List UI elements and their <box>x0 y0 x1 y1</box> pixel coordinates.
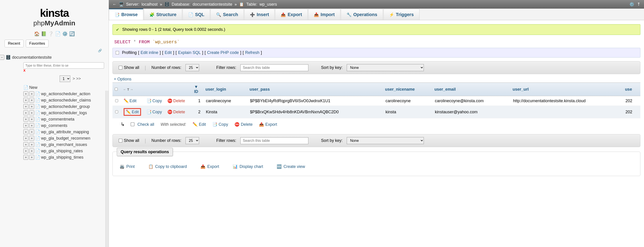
new-table-link[interactable]: 📄 New <box>12 84 108 91</box>
bulk-copy[interactable]: 📑 Copy <box>212 122 228 127</box>
sort-by-key-select-bottom[interactable]: None <box>347 137 424 144</box>
tab-triggers[interactable]: ⚡Triggers <box>384 8 420 20</box>
table-item[interactable]: ++📄wp_actionscheduler_group <box>12 103 108 110</box>
expand-icon-2[interactable]: + <box>29 110 34 115</box>
row-edit[interactable]: ✏️ Edit <box>124 98 136 103</box>
expand-icon-2[interactable]: + <box>29 91 34 96</box>
sidebar-scrollbar[interactable] <box>106 91 108 247</box>
table-item[interactable]: ++📄wp_actionscheduler_claims <box>12 97 108 103</box>
col-id[interactable]: ▼ ID <box>192 83 203 96</box>
table-item[interactable]: ++📄wp_gla_merchant_issues <box>12 141 108 148</box>
expand-icon-2[interactable]: + <box>29 104 34 109</box>
collapse-top-icon[interactable]: ⤒ <box>637 2 640 7</box>
expand-icon-2[interactable]: + <box>29 142 34 147</box>
table-item[interactable]: ++📄wp_gla_shipping_times <box>12 154 108 160</box>
db-node[interactable]: − 🗄️ documentationtestsite <box>0 54 108 60</box>
tab-search[interactable]: 🔍Search <box>210 8 244 20</box>
table-item[interactable]: ++📄wp_commentmeta <box>12 116 108 122</box>
tab-recent[interactable]: Recent <box>4 40 24 47</box>
back-icon[interactable]: ← <box>112 2 116 7</box>
table-item[interactable]: ++📄wp_comments <box>12 122 108 129</box>
row-delete[interactable]: ⛔ Delete <box>167 98 185 103</box>
tab-export[interactable]: 📤Export <box>275 8 308 20</box>
check-all-checkbox[interactable] <box>130 122 134 126</box>
bc-table-value[interactable]: wp_users <box>260 2 277 7</box>
table-item[interactable]: ++📄wp_gla_shipping_rates <box>12 148 108 154</box>
bulk-edit[interactable]: ✏️ Edit <box>192 122 206 127</box>
collapse-icon[interactable]: − <box>0 55 4 60</box>
num-rows-select[interactable]: 25 <box>186 64 199 71</box>
expand-icon[interactable]: + <box>23 117 28 122</box>
bc-server-value[interactable]: localhost <box>142 2 158 7</box>
expand-icon[interactable]: + <box>23 129 28 134</box>
table-item[interactable]: ++📄wp_actionscheduler_logs <box>12 110 108 116</box>
row-delete[interactable]: ⛔ Delete <box>167 109 185 114</box>
sql-doc-icon[interactable]: 📄 <box>55 31 61 36</box>
expand-icon-2[interactable]: + <box>29 129 34 134</box>
expand-icon-2[interactable]: + <box>29 123 34 128</box>
col-user-url[interactable]: user_url <box>510 83 623 96</box>
select-all-checkbox[interactable] <box>115 88 118 91</box>
gear-icon[interactable]: ⚙️ <box>62 31 68 36</box>
expand-icon[interactable]: + <box>23 110 28 115</box>
expand-icon[interactable]: + <box>23 91 28 96</box>
tab-sql[interactable]: 📄SQL <box>182 8 210 20</box>
next-page[interactable]: > >> <box>72 76 81 81</box>
expand-icon[interactable]: + <box>23 98 28 103</box>
reload-icon[interactable]: 🔄 <box>69 31 75 36</box>
expand-icon-2[interactable]: + <box>29 117 34 122</box>
create-php-link[interactable]: Create PHP code <box>207 50 239 55</box>
edit-link[interactable]: Edit <box>165 50 172 55</box>
bc-db-value[interactable]: documentationtestsite <box>192 2 232 7</box>
expand-icon[interactable]: + <box>23 155 28 160</box>
col-user-login[interactable]: user_login <box>203 83 248 96</box>
col-user-tail[interactable]: use <box>623 83 640 96</box>
expand-icon[interactable]: + <box>23 142 28 147</box>
explain-sql-link[interactable]: Explain SQL <box>178 50 201 55</box>
row-copy[interactable]: 📑 Copy <box>146 109 162 114</box>
qro-clipboard[interactable]: 📋 Copy to clipboard <box>148 164 187 169</box>
db-name[interactable]: documentationtestsite <box>12 55 52 60</box>
check-all-link[interactable]: Check all <box>138 122 154 127</box>
expand-icon[interactable]: + <box>23 123 28 128</box>
tab-structure[interactable]: 🧩Structure <box>144 8 182 20</box>
edit-inline-link[interactable]: Edit inline <box>140 50 158 55</box>
tab-insert[interactable]: ➕Insert <box>244 8 274 20</box>
filter-rows-input-bottom[interactable] <box>240 137 308 144</box>
bulk-delete[interactable]: ⛔ Delete <box>234 122 252 127</box>
docs-icon[interactable]: ❔ <box>48 31 54 36</box>
expand-icon-2[interactable]: + <box>29 98 34 103</box>
settings-gear-icon[interactable]: ⚙️ <box>629 2 634 7</box>
table-item[interactable]: ++📄wp_gla_attribute_mapping <box>12 129 108 135</box>
show-all-checkbox[interactable] <box>118 66 122 70</box>
row-checkbox[interactable] <box>115 110 118 113</box>
col-user-pass[interactable]: user_pass <box>248 83 383 96</box>
row-copy[interactable]: 📑 Copy <box>146 98 162 103</box>
qro-export[interactable]: 📤 Export <box>200 164 219 169</box>
expand-icon-2[interactable]: + <box>29 155 34 160</box>
qro-chart[interactable]: 📊 Display chart <box>233 164 263 169</box>
table-item[interactable]: ++📄wp_actionscheduler_action <box>12 91 108 97</box>
show-all-checkbox-bottom[interactable] <box>118 139 122 143</box>
clear-filter-icon[interactable]: X <box>23 69 26 72</box>
num-rows-select-bottom[interactable]: 25 <box>186 137 199 144</box>
home-icon[interactable]: 🏠 <box>34 31 40 36</box>
col-arrows[interactable]: ← T → <box>121 83 144 96</box>
refresh-link[interactable]: Refresh <box>245 50 260 55</box>
tab-favorites[interactable]: Favorites <box>26 40 48 47</box>
edit-highlighted[interactable]: ✏️ Edit <box>124 108 141 116</box>
tab-browse[interactable]: 📑Browse <box>109 8 143 20</box>
filter-input[interactable] <box>23 62 104 69</box>
table-item[interactable]: ++📄wp_gla_budget_recommen <box>12 135 108 141</box>
show-all-wrap[interactable]: Show all <box>119 65 139 70</box>
logout-icon[interactable]: 📗 <box>41 31 47 36</box>
profiling-checkbox[interactable] <box>116 51 119 55</box>
expand-icon-2[interactable]: + <box>29 148 34 153</box>
expand-icon[interactable]: + <box>23 136 28 141</box>
filter-rows-input[interactable] <box>240 64 308 71</box>
page-select[interactable]: 1 <box>60 75 70 82</box>
tab-operations[interactable]: 🔧Operations <box>341 8 383 20</box>
qro-print[interactable]: 🖨️ Print <box>120 164 135 169</box>
link-icon[interactable]: 🔗 <box>0 49 108 52</box>
tab-import[interactable]: 📥Import <box>308 8 340 20</box>
